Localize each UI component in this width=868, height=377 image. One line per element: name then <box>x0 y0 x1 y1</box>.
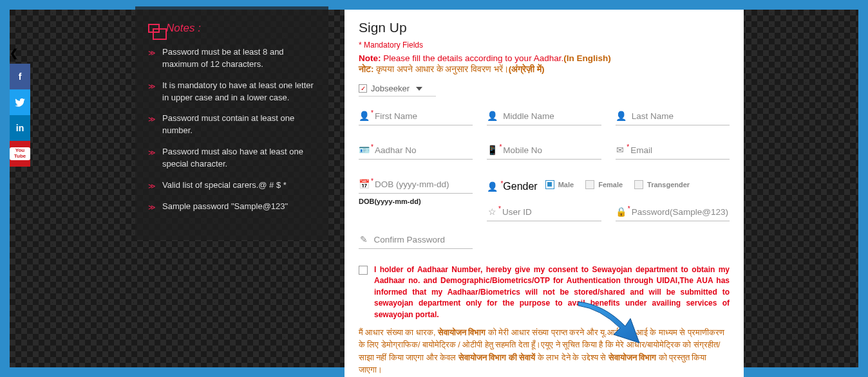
gender-options: Male Female Transgender <box>545 180 696 193</box>
note-item: ≫It is mandatory to have at least one le… <box>148 80 316 104</box>
aadhar-input[interactable] <box>375 145 473 155</box>
middle-name-field[interactable]: 👤 <box>487 111 601 125</box>
note-hindi: नोट: कृपया अपने आधार के अनुसार विवरण भरे… <box>359 64 730 75</box>
gender-male[interactable]: Male <box>545 180 574 189</box>
chevron-icon: ≫ <box>148 115 156 137</box>
checkbox-icon: ✓ <box>359 84 367 93</box>
mandatory-label: * Mandatory Fields <box>359 41 730 50</box>
linkedin-icon[interactable]: in <box>10 115 30 141</box>
gender-label: Gender <box>503 181 537 192</box>
last-name-field[interactable]: 👤 <box>616 111 730 125</box>
gender-female[interactable]: Female <box>585 180 623 189</box>
notes-panel: Notes : ≫Password must be at least 8 and… <box>135 6 328 240</box>
consent-text-hi: मैं आधार संख्या का धारक, सेवायोजन विभाग … <box>359 327 730 377</box>
chevron-icon: ≫ <box>148 148 156 170</box>
chevron-down-icon <box>416 87 422 91</box>
dob-hint: DOB(yyyy-mm-dd) <box>359 198 473 221</box>
password-field[interactable]: 🔒* <box>616 207 730 221</box>
facebook-icon[interactable]: f <box>10 64 30 89</box>
note-item: ≫Valid list of special carers.@ # $ * <box>148 179 316 192</box>
confirm-password-input[interactable] <box>374 235 473 244</box>
dob-field[interactable]: 📅* <box>359 179 473 194</box>
email-field[interactable]: ✉* <box>616 145 730 160</box>
mobile-icon: 📱* <box>487 145 498 155</box>
twitter-icon[interactable] <box>10 89 30 115</box>
consent-text-en: I holder of Aadhaar Number, hereby give … <box>374 264 730 320</box>
user-id-field[interactable]: ☆* <box>487 207 601 221</box>
calendar-icon: 📅* <box>359 179 370 189</box>
chevron-icon: ≫ <box>148 48 156 71</box>
confirm-password-field[interactable]: ✎ <box>359 234 473 249</box>
mobile-field[interactable]: 📱* <box>487 145 601 160</box>
notes-icon <box>148 24 160 33</box>
youtube-icon[interactable]: You Tube <box>10 141 30 167</box>
email-icon: ✉* <box>616 145 626 155</box>
mobile-input[interactable] <box>503 145 601 155</box>
first-name-input[interactable] <box>375 111 473 121</box>
scroll-left-icon[interactable]: ❮ <box>10 47 18 59</box>
first-name-field[interactable]: 👤* <box>359 111 473 125</box>
id-icon: 🪪* <box>359 145 370 155</box>
person-icon: 👤* <box>359 111 370 121</box>
chevron-icon: ≫ <box>148 82 156 104</box>
social-rail: f in You Tube <box>10 64 30 167</box>
password-input[interactable] <box>632 207 730 217</box>
note-english: Note: Please fill the details according … <box>359 53 730 63</box>
person-icon: 👤 <box>616 111 627 121</box>
note-item: ≫Password must contain at least one numb… <box>148 113 316 137</box>
last-name-input[interactable] <box>632 111 730 121</box>
middle-name-input[interactable] <box>503 111 601 121</box>
page-title: Sign Up <box>359 20 730 35</box>
signup-form: Sign Up * Mandatory Fields Note: Please … <box>344 10 744 377</box>
chevron-icon: ≫ <box>148 203 156 213</box>
dob-input[interactable] <box>375 179 473 189</box>
note-item: ≫Password must be at least 8 and maximum… <box>148 46 316 71</box>
consent-checkbox[interactable] <box>359 266 368 275</box>
star-icon: ☆* <box>487 207 497 217</box>
gender-trans[interactable]: Transgender <box>634 180 690 189</box>
user-id-input[interactable] <box>502 207 601 217</box>
aadhar-field[interactable]: 🪪* <box>359 145 473 160</box>
notes-header: Notes : <box>148 22 316 35</box>
note-item: ≫Sample password "Sample@123" <box>148 201 316 213</box>
note-item: ≫Password must also have at least one sp… <box>148 146 316 170</box>
jobseeker-dropdown[interactable]: ✓ Jobseeker <box>359 84 436 97</box>
lock-icon: 🔒* <box>616 207 627 217</box>
person-icon: 👤 <box>487 111 498 121</box>
gender-icon: 👤* <box>487 181 498 192</box>
pencil-icon: ✎ <box>359 234 369 244</box>
email-input[interactable] <box>630 145 730 155</box>
chevron-icon: ≫ <box>148 181 156 192</box>
consent-block: I holder of Aadhaar Number, hereby give … <box>359 264 730 320</box>
